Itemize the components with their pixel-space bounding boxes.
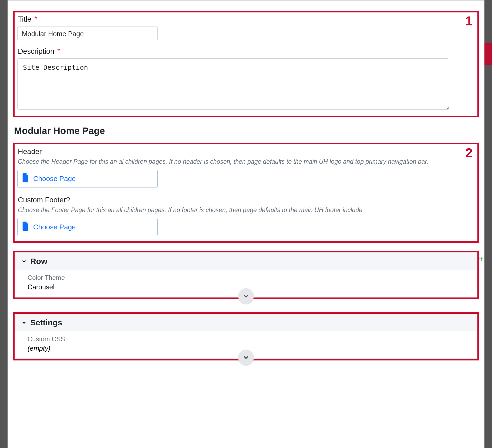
choose-footer-page-button[interactable]: Choose Page	[17, 218, 158, 236]
description-textarea[interactable]	[17, 58, 449, 110]
title-label-text: Title	[18, 15, 31, 23]
required-star-icon: *	[58, 47, 60, 55]
header-hint: Choose the Header Page for this an al ch…	[18, 158, 475, 165]
footer-label: Custom Footer?	[18, 196, 475, 204]
title-label: Title *	[18, 15, 475, 24]
form-content: 1 Title * Description * Modular Home Pag…	[8, 1, 484, 448]
annotation-box-2: 2 Header Choose the Header Page for this…	[13, 143, 479, 243]
chevron-down-icon	[21, 320, 27, 326]
row-expand-toggle[interactable]	[238, 288, 254, 304]
description-label-text: Description	[18, 47, 54, 55]
settings-prop-label: Custom CSS	[28, 335, 464, 343]
page-icon	[22, 222, 29, 233]
add-row-button[interactable]	[477, 255, 484, 263]
settings-card: Settings Custom CSS (empty)	[15, 314, 477, 359]
annotation-number-2: 2	[465, 146, 473, 159]
section-heading: Modular Home Page	[14, 125, 479, 136]
title-input[interactable]	[17, 26, 158, 41]
choose-footer-page-label: Choose Page	[33, 223, 76, 231]
annotation-number-1: 1	[465, 15, 473, 28]
required-star-icon: *	[35, 15, 37, 22]
right-edge-strip	[484, 0, 492, 448]
page-frame: 1 Title * Description * Modular Home Pag…	[0, 0, 492, 448]
page-icon	[22, 173, 29, 184]
description-label: Description *	[18, 47, 475, 56]
settings-expand-toggle[interactable]	[238, 350, 254, 365]
card-right-edge	[477, 314, 484, 358]
left-edge-strip	[0, 0, 8, 448]
row-card-title: Row	[30, 257, 47, 266]
right-strip-accent	[484, 43, 492, 65]
header-chooser-block: Header Choose the Header Page for this a…	[17, 148, 475, 195]
plus-icon	[478, 256, 484, 262]
chevron-down-icon	[21, 258, 27, 264]
choose-header-page-label: Choose Page	[33, 175, 76, 183]
chevron-down-icon	[242, 292, 250, 300]
annotation-box-1: 1 Title * Description *	[13, 11, 479, 117]
chevron-down-icon	[242, 354, 250, 361]
footer-hint: Choose the Footer Page for this an all c…	[18, 206, 475, 214]
annotation-box-4: 4 Settings Custom CSS (empty)	[13, 312, 479, 360]
description-field-block: Description *	[17, 47, 475, 111]
row-card-header[interactable]: Row	[15, 253, 477, 270]
title-field-block: Title *	[17, 15, 475, 41]
annotation-box-3: 3 Row Color Theme Carousel	[13, 251, 479, 299]
row-card: Row Color Theme Carousel	[15, 252, 477, 297]
footer-chooser-block: Custom Footer? Choose the Footer Page fo…	[17, 196, 475, 237]
header-label: Header	[18, 148, 475, 156]
row-prop-label: Color Theme	[28, 274, 464, 282]
settings-card-header[interactable]: Settings	[15, 314, 477, 331]
settings-card-title: Settings	[30, 318, 62, 327]
choose-header-page-button[interactable]: Choose Page	[17, 170, 158, 188]
